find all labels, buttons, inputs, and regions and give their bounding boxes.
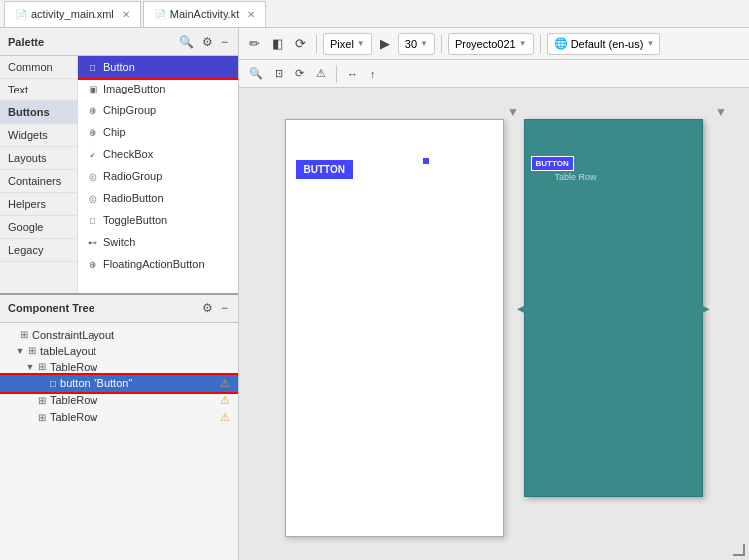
component-fab-label: FloatingActionButton (103, 258, 205, 270)
pixel-label: Pixel (330, 38, 354, 50)
button-widget-1[interactable]: BUTTON (296, 160, 353, 179)
component-list: □ Button ▣ ImageButton ⊕ ChipGroup ⊕ Chi… (78, 56, 238, 293)
expand-button[interactable]: ↔ (343, 66, 362, 82)
component-fab[interactable]: ⊕ FloatingActionButton (78, 253, 238, 275)
component-checkbox[interactable]: ✓ CheckBox (78, 143, 238, 165)
secondary-toolbar: 🔍 ⊡ ⟳ ⚠ ↔ ↑ (239, 60, 749, 88)
fit-screen-button[interactable]: ⊡ (271, 65, 287, 82)
pixel-dropdown[interactable]: Pixel ▼ (323, 33, 372, 55)
tree-item-button[interactable]: □ button "Button" ⚠ (0, 375, 238, 392)
palette-panel: Palette 🔍 ⚙ − Common Text Buttons Widget… (0, 28, 239, 293)
zoom-dropdown[interactable]: 30 ▼ (398, 33, 435, 55)
blueprint-view-button[interactable]: ◧ (268, 34, 287, 53)
component-radiogroup-label: RadioGroup (103, 170, 162, 182)
checkbox-icon: ✓ (86, 149, 99, 160)
table-layout-icon: ⊞ (28, 345, 36, 356)
component-switch-label: Switch (103, 236, 135, 248)
refresh-button[interactable]: ⟳ (291, 65, 308, 82)
component-togglebutton-label: ToggleButton (103, 214, 167, 226)
category-item-common[interactable]: Common (0, 56, 77, 79)
palette-title: Palette (8, 36, 44, 48)
tab-main-activity-close[interactable]: ✕ (247, 9, 255, 20)
imagebutton-icon: ▣ (86, 84, 99, 94)
zoom-arrow: ▼ (420, 39, 428, 48)
tree-header: Component Tree ⚙ − (0, 295, 238, 323)
tab-bar: 📄 activity_main.xml ✕ 📄 MainActivity.kt … (0, 0, 749, 28)
tab-activity-main-label: activity_main.xml (31, 8, 114, 20)
component-radiobutton[interactable]: ◎ RadioButton (78, 187, 238, 209)
drag-handle-left[interactable]: ◀ (517, 300, 528, 316)
component-button[interactable]: □ Button (78, 56, 238, 78)
palette-search-button[interactable]: 🔍 (177, 33, 196, 51)
component-chipgroup[interactable]: ⊕ ChipGroup (78, 99, 238, 121)
xml-file-icon: 📄 (15, 9, 27, 20)
tree-close-button[interactable]: − (219, 299, 230, 317)
resize-handle-area (733, 544, 745, 556)
category-item-layouts[interactable]: Layouts (0, 147, 77, 170)
tree-item-table-row-2[interactable]: ⊞ TableRow ⚠ (0, 392, 238, 409)
design-toolbar: ✏ ◧ ⟳ Pixel ▼ ▶ 30 ▼ Proyecto021 ▼ 🌐 Def… (239, 28, 749, 60)
locale-icon: 🌐 (554, 37, 568, 50)
drag-handle-right[interactable]: ▶ (699, 300, 710, 316)
api-button[interactable]: ▶ (376, 34, 394, 53)
category-item-legacy[interactable]: Legacy (0, 239, 77, 262)
button-tree-icon: □ (50, 378, 56, 389)
palette-actions: 🔍 ⚙ − (177, 33, 230, 51)
palette-close-button[interactable]: − (219, 33, 230, 51)
category-item-helpers[interactable]: Helpers (0, 193, 77, 216)
category-item-google[interactable]: Google (0, 216, 77, 239)
zoom-in-button[interactable]: 🔍 (245, 65, 267, 82)
resize-handle[interactable] (733, 544, 745, 556)
tree-item-table-row-1[interactable]: ▼ ⊞ TableRow (0, 359, 238, 375)
tab-main-activity[interactable]: 📄 MainActivity.kt ✕ (143, 1, 266, 27)
table-row-3-icon: ⊞ (38, 412, 46, 423)
canvas-area: ▼ ▼ BUTTON ◀ ▶ BUTTON (239, 88, 749, 560)
component-chip[interactable]: ⊕ Chip (78, 121, 238, 143)
category-item-buttons[interactable]: Buttons (0, 101, 77, 124)
project-label: Proyecto021 (455, 38, 516, 50)
orient-button[interactable]: ⟳ (291, 34, 310, 53)
palette-settings-button[interactable]: ⚙ (200, 33, 215, 51)
component-chip-label: Chip (103, 126, 126, 138)
zoom-label: 30 (405, 38, 417, 50)
category-item-widgets[interactable]: Widgets (0, 124, 77, 147)
toolbar-sep-4 (336, 65, 337, 83)
locale-dropdown[interactable]: 🌐 Default (en-us) ▼ (547, 33, 661, 55)
toolbar-sep-1 (316, 35, 317, 53)
tree-toggle-table-layout[interactable]: ▼ (14, 346, 26, 356)
category-item-containers[interactable]: Containers (0, 170, 77, 193)
tree-item-constraint-layout[interactable]: ⊞ ConstraintLayout (0, 327, 238, 343)
tree-item-table-row-3[interactable]: ⊞ TableRow ⚠ (0, 409, 238, 426)
tree-toggle-table-row-1[interactable]: ▼ (24, 362, 36, 372)
project-dropdown[interactable]: Proyecto021 ▼ (448, 33, 534, 55)
main-layout: Palette 🔍 ⚙ − Common Text Buttons Widget… (0, 28, 749, 560)
component-switch[interactable]: ⊷ Switch (78, 231, 238, 253)
table-row-2-warning: ⚠ (220, 394, 230, 407)
left-panel: Palette 🔍 ⚙ − Common Text Buttons Widget… (0, 28, 239, 560)
tree-title: Component Tree (8, 302, 94, 314)
issues-button[interactable]: ⚠ (312, 65, 330, 82)
togglebutton-icon: □ (86, 215, 99, 226)
component-imagebutton[interactable]: ▣ ImageButton (78, 78, 238, 99)
component-radiogroup[interactable]: ◎ RadioGroup (78, 165, 238, 187)
table-row-3-warning: ⚠ (220, 411, 230, 424)
constraint-layout-icon: ⊞ (20, 329, 28, 340)
selection-handle-tr[interactable] (423, 158, 429, 164)
component-checkbox-label: CheckBox (103, 148, 153, 160)
category-list: Common Text Buttons Widgets Layouts Cont… (0, 56, 78, 293)
tree-item-table-layout[interactable]: ▼ ⊞ tableLayout (0, 343, 238, 359)
tab-activity-main-close[interactable]: ✕ (122, 9, 130, 20)
tree-settings-button[interactable]: ⚙ (200, 299, 215, 317)
button-widget-2[interactable]: BUTTON (531, 156, 574, 171)
tree-body: ⊞ ConstraintLayout ▼ ⊞ tableLayout ▼ ⊞ T… (0, 323, 238, 561)
design-view-button[interactable]: ✏ (245, 34, 264, 53)
table-row-2-icon: ⊞ (38, 395, 46, 406)
component-togglebutton[interactable]: □ ToggleButton (78, 209, 238, 231)
tab-activity-main[interactable]: 📄 activity_main.xml ✕ (4, 1, 141, 27)
align-button[interactable]: ↑ (366, 66, 380, 82)
category-item-text[interactable]: Text (0, 79, 77, 101)
design-area: ✏ ◧ ⟳ Pixel ▼ ▶ 30 ▼ Proyecto021 ▼ 🌐 Def… (239, 28, 749, 560)
tree-actions: ⚙ − (200, 299, 230, 317)
locale-arrow: ▼ (646, 39, 654, 48)
component-tree-panel: Component Tree ⚙ − ⊞ ConstraintLayout ▼ (0, 293, 238, 561)
